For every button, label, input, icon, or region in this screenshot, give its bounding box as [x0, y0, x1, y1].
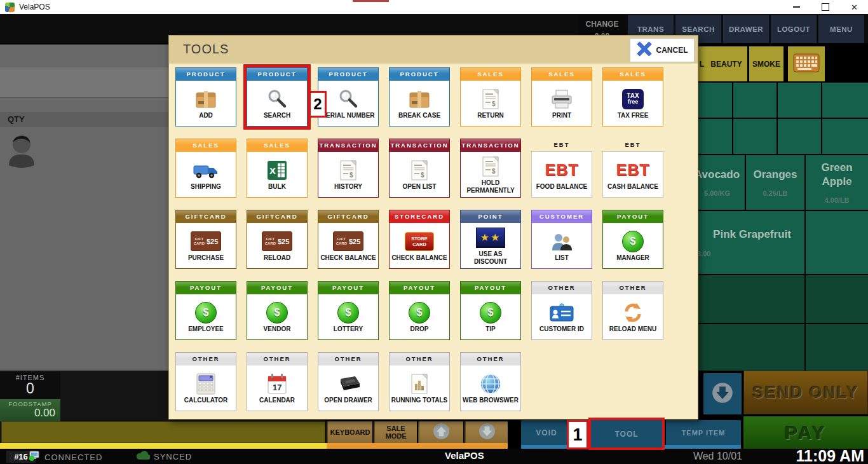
customer-avatar[interactable] [5, 131, 38, 170]
tool-product-add[interactable]: PRODUCTADD [175, 67, 236, 126]
tool-body: ADD [176, 81, 236, 126]
tool-other-reload-menu[interactable]: OTHERRELOAD MENU [602, 281, 663, 340]
yellow-strip [0, 443, 327, 449]
tool-label: CHECK BALANCE [320, 254, 376, 262]
scan-input-bar[interactable] [1, 421, 325, 443]
tool-other-calculator[interactable]: OTHERCALCULATOR [175, 352, 236, 411]
nav-logout[interactable]: LOGOUT [771, 15, 817, 43]
category-tab-keyboard[interactable] [788, 46, 825, 81]
arrow-up-circle-icon [433, 423, 450, 441]
sale-mode-button[interactable]: SALE MODE [374, 421, 417, 443]
receipt-icon: $ [481, 154, 500, 178]
foodstamp-display: FOODSTAMP 0.00 [0, 399, 60, 421]
tool-giftcard-purchase[interactable]: GIFTCARDGIFTCARD$25PURCHASE [175, 210, 236, 269]
scroll-up-button[interactable] [418, 421, 463, 443]
tool-sales-print[interactable]: SALESPRINT [531, 67, 592, 126]
tool-payout-manager[interactable]: PAYOUT$MANAGER [602, 210, 663, 269]
tool-ebt-cash-balance[interactable]: EBTEBTCASH BALANCE [602, 139, 663, 198]
nav-menu[interactable]: MENU [818, 15, 864, 43]
tool-sales-return[interactable]: SALES$RETURN [460, 67, 521, 126]
tool-label: HOLD PERMANENTLY [462, 179, 519, 194]
dialog-header [169, 36, 698, 64]
category-tab-beauty[interactable]: BEAUTY [705, 46, 747, 81]
tool-other-calendar[interactable]: OTHER17CALENDAR [247, 352, 308, 411]
minimize-icon[interactable] [793, 6, 800, 8]
drawer-icon [336, 372, 361, 395]
tool-category-label: TRANSACTION [461, 139, 520, 152]
tool-transaction-hold-permanently[interactable]: TRANSACTION$HOLD PERMANENTLY [460, 139, 521, 198]
product-cell-oranges[interactable]: Oranges0.25/LB [746, 155, 804, 210]
tool-other-running-totals[interactable]: OTHERRUNNING TOTALS [389, 352, 450, 411]
product-price: 5.00/KG [704, 189, 730, 197]
change-label: CHANGE [578, 18, 626, 31]
cancel-x-icon [637, 41, 652, 59]
product-cell-green-apple[interactable]: Green Apple4.00/LB [806, 155, 868, 210]
calculator-icon [196, 372, 215, 395]
tool-product-break-case[interactable]: PRODUCTBREAK CASE [389, 67, 450, 126]
tool-payout-employee[interactable]: PAYOUT$EMPLOYEE [175, 281, 236, 340]
calendar-icon: 17 [267, 372, 287, 395]
product-cell-empty [822, 119, 868, 154]
tool-ebt-food-balance[interactable]: EBTEBTFOOD BALANCE [531, 139, 592, 198]
tool-category-label: POINT [461, 210, 520, 223]
tool-button[interactable]: TOOL [591, 420, 662, 447]
tool-body: $LOTTERY [318, 294, 378, 339]
tool-sales-shipping[interactable]: SALESSHIPPING [175, 139, 236, 198]
tool-storecard-check-balance[interactable]: STORECARDSTORECARDCHECK BALANCE [389, 210, 450, 269]
page-down-button[interactable] [703, 373, 742, 414]
tool-giftcard-check-balance[interactable]: GIFTCARDGIFTCARD$25CHECK BALANCE [318, 210, 379, 269]
keyboard-button[interactable]: KEYBOARD [327, 421, 372, 443]
tool-product-serial-number[interactable]: PRODUCTSERIAL NUMBER [318, 67, 379, 126]
tool-label: CALENDAR [259, 397, 295, 404]
product-cell-pink-grapefruit[interactable]: Pink Grapefruit3.00 [689, 211, 804, 274]
tools-dialog: TOOLS CANCEL PRODUCTADDPRODUCTSEARCHPROD… [168, 35, 698, 420]
scroll-down-button[interactable] [465, 421, 508, 443]
tool-product-search[interactable]: PRODUCTSEARCH [247, 67, 308, 126]
box-icon [195, 87, 217, 111]
nav-drawer[interactable]: DRAWER [723, 15, 769, 43]
tool-payout-tip[interactable]: PAYOUT$TIP [460, 281, 521, 340]
tool-button-highlight: TOOL [588, 418, 665, 450]
product-cell-empty [689, 275, 804, 323]
pay-button[interactable]: PAY [743, 416, 868, 449]
temp-item-button[interactable]: TEMP ITEM [666, 420, 741, 445]
coin-icon: $ [480, 301, 501, 324]
close-icon[interactable]: ✕ [851, 3, 858, 11]
tool-transaction-history[interactable]: TRANSACTION$HISTORY [318, 139, 379, 198]
category-tab-smoke[interactable]: SMOKE [749, 46, 783, 81]
tool-other-web-browswer[interactable]: OTHERWEB BROWSWER [460, 352, 521, 411]
tool-category-label: PRODUCT [390, 68, 449, 81]
send-only-button[interactable]: SEND ONLY [743, 371, 868, 414]
tool-other-open-drawer[interactable]: OTHEROPEN DRAWER [318, 352, 379, 411]
orange-strip [327, 443, 508, 449]
tool-payout-drop[interactable]: PAYOUT$DROP [389, 281, 450, 340]
cloud-icon [136, 451, 150, 462]
svg-text:$: $ [421, 172, 424, 179]
tool-payout-lottery[interactable]: PAYOUT$LOTTERY [318, 281, 379, 340]
tool-category-label: EBT [531, 139, 592, 151]
tool-label: FOOD BALANCE [536, 183, 588, 191]
cancel-button[interactable]: CANCEL [630, 38, 695, 62]
tool-sales-bulk[interactable]: SALESXBULK [247, 139, 308, 198]
maximize-icon[interactable] [822, 3, 829, 11]
people-icon [550, 229, 573, 253]
tool-body: SERIAL NUMBER [318, 81, 378, 126]
tool-category-label: PRODUCT [318, 68, 378, 81]
tool-point-use-as-discount[interactable]: POINT★★USE AS DISCOUNT [460, 210, 521, 269]
tool-customer-list[interactable]: CUSTOMERLIST [531, 210, 592, 269]
tool-category-label: PRODUCT [247, 68, 307, 81]
tool-category-label: STORECARD [390, 210, 449, 223]
tool-giftcard-reload[interactable]: GIFTCARDGIFTCARD$25RELOAD [247, 210, 308, 269]
tool-sales-tax-free[interactable]: SALESTAXfreeTAX FREE [602, 67, 663, 126]
tool-category-label: OTHER [461, 353, 520, 365]
tool-category-label: OTHER [532, 282, 592, 294]
tool-label: OPEN DRAWER [324, 397, 372, 404]
synced-label: SYNCED [154, 452, 192, 461]
product-price: 0.25/LB [763, 189, 787, 197]
tool-payout-vendor[interactable]: PAYOUT$VENDOR [247, 281, 308, 340]
tool-body: CALCULATOR [176, 365, 236, 411]
tool-other-customer-id[interactable]: OTHERCUSTOMER ID [531, 281, 592, 340]
tool-body: $VENDOR [247, 294, 307, 339]
void-button[interactable]: VOID [521, 420, 572, 445]
tool-transaction-open-list[interactable]: TRANSACTION$OPEN LIST [389, 139, 450, 198]
